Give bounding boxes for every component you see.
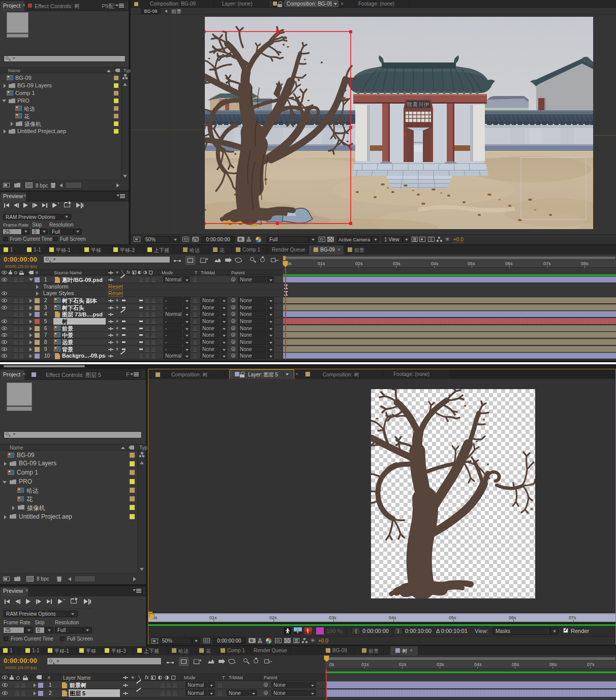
svg-text:院書川伊: 院書川伊 <box>407 102 429 107</box>
